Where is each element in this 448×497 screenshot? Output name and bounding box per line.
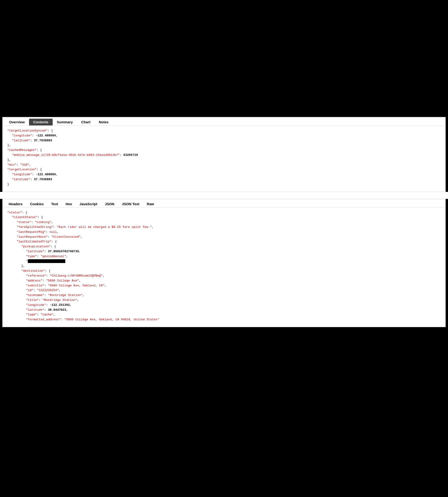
tab-cookies[interactable]: Cookies — [26, 201, 47, 207]
tab-raw[interactable]: Raw — [143, 201, 158, 207]
top-tab-bar: Overview Contents Summary Chart Notes — [2, 117, 446, 126]
json-line: "clientStatus": { — [7, 215, 441, 220]
tab-headers[interactable]: Headers — [5, 201, 26, 207]
black-top-area — [0, 0, 448, 117]
bottom-content-area: "status": { "clientStatus": { "status": … — [2, 208, 446, 327]
json-line: }, — [7, 143, 441, 148]
json-line: "fareSplitFeeString": "Each rider will b… — [7, 225, 441, 230]
tab-contents[interactable]: Contents — [29, 119, 53, 125]
bottom-tab-bar: Headers Cookies Text Hex JavaScript JSON… — [2, 199, 446, 208]
json-line: "lastRequestMsg": null, — [7, 230, 441, 235]
json-line: "latitude": 38.8447023, — [7, 308, 441, 313]
json-line: "longitude": -122.251392, — [7, 303, 441, 308]
json-line: "lastRequestNote": "ClientCanceled", — [7, 235, 441, 240]
json-line: "longitude": -122.408984, — [7, 172, 441, 177]
json-line: "type": "geocodmanual", — [7, 254, 441, 259]
json-line: "status": "Looking", — [7, 220, 441, 225]
json-line: "targetLocationSynced": { — [7, 128, 441, 133]
json-line: "status": { — [7, 210, 441, 215]
json-line: "latitude": 37.7836883 — [7, 177, 441, 182]
bottom-panel: Headers Cookies Text Hex JavaScript JSON… — [2, 199, 446, 327]
tab-overview[interactable]: Overview — [5, 119, 29, 125]
tab-javascript[interactable]: JavaScript — [76, 201, 101, 207]
json-line: " — [7, 259, 441, 264]
tab-notes[interactable]: Notes — [95, 119, 113, 125]
json-line: "reference": "ChIJaesg-cJ9hYAR0somlUQPBe… — [7, 274, 441, 279]
spacer — [0, 192, 448, 199]
tab-chart[interactable]: Chart — [77, 119, 95, 125]
tab-json[interactable]: JSON — [101, 201, 118, 207]
json-line: "id": "1322226254", — [7, 288, 441, 293]
tab-summary[interactable]: Summary — [53, 119, 77, 125]
json-line: "latitude": 37.85824702740735, — [7, 249, 441, 254]
json-line: "destination": { — [7, 269, 441, 274]
json-line: "mcc": "310", — [7, 163, 441, 168]
json-line: "subtitle": "5660 College Ave, Oakland, … — [7, 283, 441, 288]
json-line: }, — [7, 264, 441, 269]
json-line: "mobile_message_11729:b0cf1e1a-491b-4d7e… — [7, 153, 441, 158]
json-line: "pickupLocation": { — [7, 244, 441, 249]
json-line: "latitude": 37.7836883 — [7, 138, 441, 143]
json-line: "formatted_address": "5660 College Ave, … — [7, 317, 441, 322]
redacted-block — [28, 259, 65, 263]
json-line: "type": "cache", — [7, 312, 441, 317]
json-line: "title": "Rockridge Station", — [7, 298, 441, 303]
json-line: }, — [7, 158, 441, 163]
top-content-area: "targetLocationSynced": { "longitude": -… — [2, 126, 446, 192]
json-line: "targetLocation": { — [7, 167, 441, 172]
json-line: } — [7, 182, 441, 187]
json-line: "address": "5660 College Ave", — [7, 279, 441, 283]
top-panel: Overview Contents Summary Chart Notes "t… — [2, 117, 446, 192]
tab-text[interactable]: Text — [48, 201, 62, 207]
json-line: "lastEstimatedTrip": { — [7, 239, 441, 244]
json-line: "longitude": -122.408984, — [7, 133, 441, 138]
json-line: "nickname": "Rockridge Station", — [7, 293, 441, 298]
tab-json-text[interactable]: JSON Text — [118, 201, 143, 207]
tab-hex[interactable]: Hex — [62, 201, 76, 207]
json-line: "cachedMessages": { — [7, 148, 441, 153]
